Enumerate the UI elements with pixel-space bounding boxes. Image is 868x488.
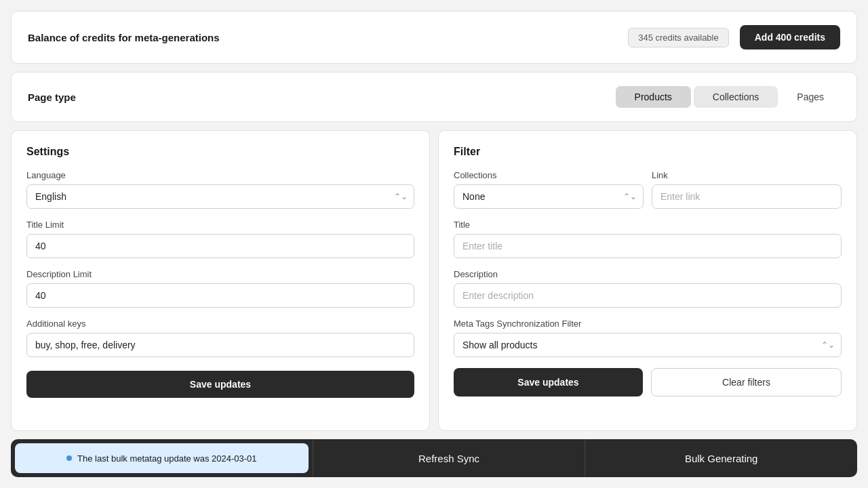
sync-filter-select-wrapper: Show all products Show synced products S…	[454, 333, 842, 357]
bottom-status: The last bulk metatag update was 2024-03…	[15, 443, 309, 473]
language-select-wrapper: English French Spanish German ⌃⌄	[26, 184, 414, 209]
filter-description-input[interactable]	[454, 283, 842, 308]
filter-description-label: Description	[454, 269, 842, 279]
tab-pages[interactable]: Pages	[781, 86, 840, 108]
page-type-tabs: Products Collections Pages	[616, 86, 840, 108]
page-type-card: Page type Products Collections Pages	[11, 72, 857, 122]
collections-select[interactable]: None All Featured	[454, 184, 644, 209]
bulk-generating-button[interactable]: Bulk Generating	[585, 439, 857, 477]
sync-filter-select[interactable]: Show all products Show synced products S…	[454, 333, 842, 357]
credits-available-badge: 345 credits available	[628, 28, 729, 47]
additional-keys-input[interactable]	[26, 333, 414, 357]
status-text: The last bulk metatag update was 2024-03…	[77, 453, 257, 464]
language-group: Language English French Spanish German ⌃…	[26, 170, 414, 209]
collections-select-wrapper: None All Featured ⌃⌄	[454, 184, 644, 209]
filter-panel: Filter Collections None All Featured ⌃⌄ …	[438, 130, 857, 431]
title-limit-label: Title Limit	[26, 220, 414, 230]
link-group: Link	[652, 170, 842, 209]
settings-save-button[interactable]: Save updates	[26, 371, 414, 398]
credits-title: Balance of credits for meta-generations	[28, 32, 220, 43]
collections-label: Collections	[454, 170, 644, 180]
additional-keys-label: Additional keys	[26, 319, 414, 329]
tab-products[interactable]: Products	[616, 86, 691, 108]
filter-title-group: Title	[454, 220, 842, 258]
filter-clear-button[interactable]: Clear filters	[651, 368, 842, 396]
description-limit-group: Description Limit	[26, 269, 414, 308]
language-label: Language	[26, 170, 414, 180]
bottom-bar: The last bulk metatag update was 2024-03…	[11, 439, 857, 477]
description-limit-input[interactable]	[26, 283, 414, 308]
title-limit-input[interactable]	[26, 234, 414, 258]
link-label: Link	[652, 170, 842, 180]
settings-title: Settings	[26, 146, 414, 158]
tab-collections[interactable]: Collections	[694, 86, 778, 108]
settings-panel: Settings Language English French Spanish…	[11, 130, 430, 431]
description-limit-label: Description Limit	[26, 269, 414, 279]
sync-filter-group: Meta Tags Synchronization Filter Show al…	[454, 319, 842, 357]
sync-filter-label: Meta Tags Synchronization Filter	[454, 319, 842, 329]
additional-keys-group: Additional keys	[26, 319, 414, 357]
filter-title-input[interactable]	[454, 234, 842, 258]
status-dot-icon	[66, 455, 72, 461]
credits-card: Balance of credits for meta-generations …	[11, 11, 857, 64]
collections-group: Collections None All Featured ⌃⌄	[454, 170, 644, 209]
filter-save-button[interactable]: Save updates	[454, 368, 643, 396]
filter-row-collections-link: Collections None All Featured ⌃⌄ Link	[454, 170, 842, 209]
filter-title: Filter	[454, 146, 842, 158]
filter-title-label: Title	[454, 220, 842, 230]
filter-description-group: Description	[454, 269, 842, 308]
title-limit-group: Title Limit	[26, 220, 414, 258]
add-credits-button[interactable]: Add 400 credits	[740, 25, 840, 49]
page-type-label: Page type	[28, 92, 76, 103]
credits-right: 345 credits available Add 400 credits	[628, 25, 840, 49]
language-select[interactable]: English French Spanish German	[26, 184, 414, 209]
filter-buttons: Save updates Clear filters	[454, 368, 842, 396]
refresh-sync-button[interactable]: Refresh Sync	[313, 439, 585, 477]
main-panels: Settings Language English French Spanish…	[11, 130, 857, 431]
link-input[interactable]	[652, 184, 842, 209]
